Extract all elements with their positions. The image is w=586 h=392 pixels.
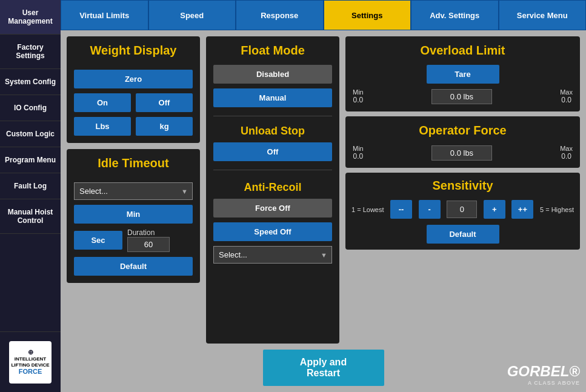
- sidebar-item-fault-log[interactable]: Fault Log: [0, 173, 61, 199]
- sensitivity-high-label: 5 = Highest: [540, 206, 574, 213]
- float-mode-title: Float Mode: [213, 44, 332, 58]
- sensitivity-default-button[interactable]: Default: [427, 225, 499, 244]
- operator-min-value: 0.0: [353, 152, 364, 161]
- unload-off-button[interactable]: Off: [213, 142, 332, 161]
- weight-display-title: Weight Display: [74, 44, 193, 58]
- middle-panel: Float Mode Disabled Manual Unload Stop O…: [206, 36, 339, 344]
- float-manual-button[interactable]: Manual: [213, 88, 332, 107]
- tab-virtual-limits[interactable]: Virtual Limits: [61, 0, 148, 30]
- sec-button[interactable]: Sec: [74, 231, 122, 250]
- sidebar-item-io-config[interactable]: IO Config: [0, 95, 61, 121]
- unload-stop-title: Unload Stop: [213, 125, 332, 138]
- overload-max-value: 0.0: [560, 96, 573, 104]
- force-logo-area: ⊕ INTELLIGENT LIFTING DEVICE FORCE: [0, 331, 61, 392]
- sidebar-item-user-management[interactable]: User Management: [0, 0, 61, 35]
- main-content: Weight Display Zero On Off Lbs kg Idle T…: [61, 30, 586, 392]
- operator-max-value: 0.0: [560, 152, 573, 161]
- overload-input[interactable]: [431, 89, 492, 104]
- apply-row: Apply and Restart: [67, 350, 580, 386]
- sensitivity-title: Sensitivity: [351, 179, 574, 193]
- tab-settings[interactable]: Settings: [324, 0, 411, 30]
- idle-timeout-dropdown[interactable]: Select...: [74, 182, 193, 200]
- operator-force-title: Operator Force: [353, 124, 573, 138]
- overload-limit-title: Overload Limit: [353, 44, 573, 58]
- sidebar-item-manual-hoist-control[interactable]: Manual Hoist Control: [0, 199, 61, 234]
- float-disabled-button[interactable]: Disabled: [213, 65, 332, 84]
- sidebar-item-system-config[interactable]: System Config: [0, 69, 61, 95]
- anti-recoil-dropdown[interactable]: Select...: [213, 246, 332, 264]
- speed-off-button[interactable]: Speed Off: [213, 222, 332, 241]
- tab-response[interactable]: Response: [236, 0, 324, 30]
- tab-service-menu[interactable]: Service Menu: [499, 0, 587, 30]
- operator-force-panel: Operator Force Min 0.0 Max 0.0: [345, 116, 580, 168]
- gorbel-brand: GORBEL®: [507, 363, 580, 380]
- operator-min-label: Min: [353, 145, 364, 152]
- idle-timeout-panel: Idle Timeout Select... Min Sec Duration: [67, 149, 200, 283]
- gorbel-logo: GORBEL® A CLASS ABOVE: [507, 363, 580, 386]
- gorbel-tagline: A CLASS ABOVE: [507, 380, 580, 386]
- operator-force-input[interactable]: [431, 145, 492, 161]
- right-panel: Overload Limit Tare Min 0.0 Max 0.0: [345, 36, 580, 344]
- sidebar: User Management Factory Settings System …: [0, 0, 61, 392]
- idle-default-button[interactable]: Default: [74, 257, 193, 276]
- sensitivity-inc-inc-button[interactable]: ++: [511, 200, 533, 219]
- sensitivity-inc-button[interactable]: +: [484, 200, 505, 219]
- sidebar-item-factory-settings[interactable]: Factory Settings: [0, 35, 61, 69]
- kg-button[interactable]: kg: [136, 117, 193, 136]
- tare-button[interactable]: Tare: [427, 65, 499, 84]
- sensitivity-dec-button[interactable]: -: [419, 200, 441, 219]
- sensitivity-value-input[interactable]: [447, 201, 477, 218]
- idle-timeout-title: Idle Timeout: [74, 156, 193, 170]
- sensitivity-panel: Sensitivity 1 = Lowest -- - + ++ 5 = Hig…: [345, 173, 580, 250]
- off-button[interactable]: Off: [136, 93, 193, 112]
- min-button[interactable]: Min: [74, 205, 193, 224]
- operator-max-label: Max: [560, 145, 573, 152]
- overload-min-label: Min: [353, 88, 364, 96]
- anti-recoil-title: Anti-Recoil: [213, 181, 332, 194]
- sensitivity-dec-dec-button[interactable]: --: [390, 200, 412, 219]
- zero-button[interactable]: Zero: [74, 70, 193, 88]
- tab-adv-settings[interactable]: Adv. Settings: [411, 0, 499, 30]
- on-button[interactable]: On: [74, 93, 131, 112]
- weight-display-panel: Weight Display Zero On Off Lbs kg: [67, 36, 200, 143]
- sidebar-item-custom-logic[interactable]: Custom Logic: [0, 121, 61, 147]
- unload-stop-section: Unload Stop Off: [213, 125, 332, 161]
- idle-timeout-select-wrapper: Select...: [74, 182, 193, 200]
- anti-recoil-select-wrapper: Select...: [213, 246, 332, 264]
- anti-recoil-section: Anti-Recoil Force Off Speed Off Select..…: [213, 181, 332, 264]
- sidebar-item-program-menu[interactable]: Program Menu: [0, 147, 61, 173]
- duration-label: Duration: [127, 228, 170, 237]
- overload-min-value: 0.0: [353, 96, 364, 104]
- lbs-button[interactable]: Lbs: [74, 117, 131, 136]
- force-logo: ⊕ INTELLIGENT LIFTING DEVICE FORCE: [9, 341, 52, 384]
- float-mode-section: Float Mode Disabled Manual: [213, 44, 332, 107]
- overload-max-label: Max: [560, 88, 573, 96]
- force-off-button[interactable]: Force Off: [213, 199, 332, 218]
- top-navigation: Virtual Limits Speed Response Settings A…: [61, 0, 586, 30]
- overload-limit-panel: Overload Limit Tare Min 0.0 Max 0.0: [345, 36, 580, 111]
- apply-restart-button[interactable]: Apply and Restart: [263, 350, 384, 386]
- duration-input[interactable]: [127, 237, 170, 252]
- sensitivity-low-label: 1 = Lowest: [351, 206, 384, 213]
- tab-speed[interactable]: Speed: [148, 0, 236, 30]
